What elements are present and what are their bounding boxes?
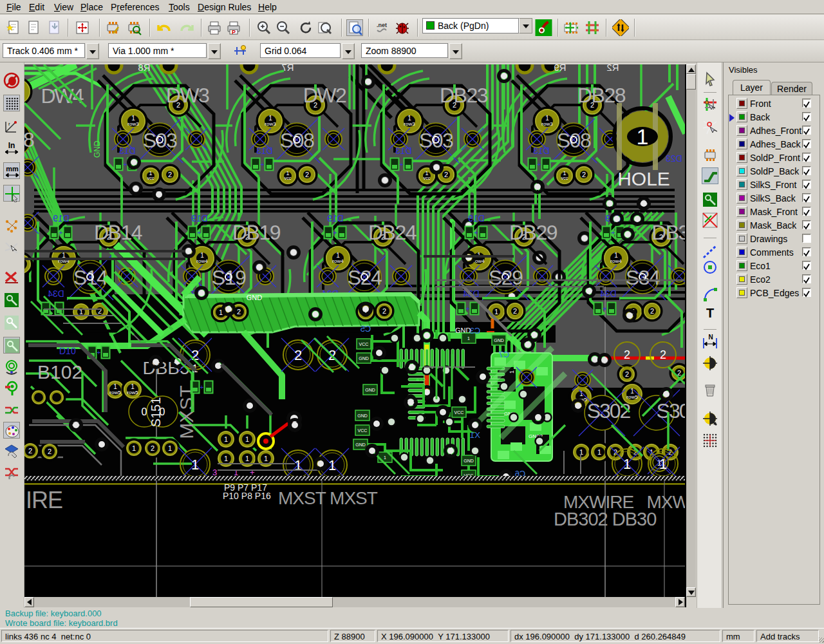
svg-text:R9: R9: [554, 64, 566, 73]
svg-text:row4: row4: [332, 258, 344, 264]
svg-text:S24: S24: [348, 266, 382, 289]
svg-text:2: 2: [237, 308, 241, 316]
svg-text:N: N: [708, 334, 713, 341]
svg-text:1: 1: [264, 455, 268, 462]
svg-text:C3: C3: [470, 326, 481, 336]
svg-text:D13: D13: [119, 146, 136, 156]
svg-text:vcc: vcc: [285, 176, 292, 180]
svg-text:2: 2: [660, 348, 666, 361]
svg-text:+: +: [250, 468, 255, 477]
svg-text:2: 2: [650, 307, 654, 315]
svg-text:1: 1: [168, 444, 172, 452]
svg-text:1: 1: [384, 455, 386, 460]
svg-text:+: +: [466, 305, 470, 312]
svg-text:1: 1: [286, 170, 289, 176]
svg-text:1: 1: [131, 383, 135, 390]
svg-text:r: r: [8, 121, 10, 127]
svg-text:2: 2: [168, 171, 172, 178]
svg-text:1: 1: [294, 457, 302, 473]
svg-text:+: +: [612, 229, 615, 236]
svg-text:+: +: [603, 305, 607, 312]
svg-text:P10 P8 P16: P10 P8 P16: [223, 491, 271, 501]
svg-text:1: 1: [224, 455, 228, 462]
svg-text:R2: R2: [606, 64, 619, 73]
svg-text:2: 2: [305, 171, 309, 178]
svg-text:VCC: VCC: [454, 410, 464, 415]
svg-text:+: +: [538, 161, 541, 168]
svg-text:mm: mm: [6, 165, 19, 173]
svg-text:1: 1: [637, 124, 649, 149]
svg-text:1: 1: [597, 448, 601, 456]
svg-text:2: 2: [151, 444, 154, 452]
svg-text:D13: D13: [395, 146, 412, 156]
svg-text:S08: S08: [557, 129, 591, 152]
svg-text:vcc: vcc: [424, 176, 431, 180]
svg-text:row3: row3: [404, 121, 415, 127]
svg-text:GND: GND: [464, 459, 474, 463]
svg-text:row5: row5: [127, 390, 138, 395]
svg-text:1: 1: [509, 370, 515, 374]
svg-text:vcc: vcc: [561, 176, 568, 180]
svg-text:T: T: [706, 306, 714, 320]
svg-text:row5: row5: [109, 390, 121, 395]
svg-text:+: +: [474, 229, 478, 236]
svg-text:+: +: [59, 229, 63, 236]
svg-text:1: 1: [630, 388, 634, 395]
svg-text:1: 1: [425, 170, 428, 176]
svg-text:GND: GND: [357, 413, 368, 418]
svg-text:2: 2: [294, 347, 302, 363]
svg-text:1: 1: [563, 170, 566, 176]
svg-text:S34: S34: [626, 266, 660, 289]
svg-text:D19: D19: [327, 213, 344, 223]
svg-text:1: 1: [467, 336, 470, 341]
svg-text:D34: D34: [600, 289, 617, 299]
svg-text:2: 2: [624, 348, 630, 361]
svg-text:D19: D19: [53, 213, 70, 223]
svg-text:+: +: [97, 349, 101, 356]
svg-text:1: 1: [245, 435, 249, 443]
svg-text:row4: row4: [196, 258, 208, 264]
svg-text:row4: row4: [610, 258, 622, 264]
svg-text:IRE: IRE: [26, 487, 62, 513]
svg-text:2: 2: [513, 307, 517, 315]
svg-text:S302: S302: [587, 399, 631, 422]
svg-text:D23: D23: [666, 153, 682, 164]
svg-text:VCC: VCC: [358, 428, 368, 433]
svg-text:1: 1: [62, 252, 66, 259]
svg-text:1: 1: [149, 170, 152, 176]
svg-text:2: 2: [625, 370, 629, 378]
svg-text:R8: R8: [138, 64, 150, 73]
svg-text:3: 3: [212, 468, 217, 477]
svg-text:DB24: DB24: [368, 221, 417, 244]
svg-text:GND: GND: [359, 356, 369, 361]
svg-text:1: 1: [131, 115, 135, 122]
svg-text:DB23: DB23: [440, 84, 488, 107]
svg-text:+: +: [200, 384, 204, 391]
svg-text:D19: D19: [468, 213, 485, 223]
svg-text:2: 2: [382, 307, 386, 315]
svg-text:+: +: [333, 229, 337, 236]
svg-text:GND: GND: [365, 388, 375, 392]
svg-text:1: 1: [200, 252, 204, 259]
svg-text:P: P: [232, 29, 236, 35]
svg-text:C7: C7: [499, 350, 510, 359]
svg-text:1: 1: [659, 456, 667, 472]
svg-text:2: 2: [28, 447, 32, 455]
svg-text:1: 1: [336, 252, 340, 259]
svg-text:DB14: DB14: [94, 221, 142, 244]
svg-text:DW3: DW3: [166, 84, 209, 107]
svg-text:+: +: [261, 161, 265, 168]
svg-text:GND: GND: [247, 294, 263, 301]
svg-text:1: 1: [614, 252, 618, 259]
svg-text:1: 1: [328, 457, 336, 473]
svg-text:A2: A2: [416, 377, 422, 383]
svg-text:2: 2: [98, 307, 102, 315]
svg-text:1: 1: [113, 383, 117, 390]
svg-text:S29: S29: [489, 266, 523, 289]
svg-text:1: 1: [191, 457, 199, 473]
svg-text:1: 1: [407, 115, 411, 122]
svg-text:DB302 DB30: DB302 DB30: [554, 509, 656, 529]
svg-text:DB3: DB3: [651, 221, 685, 244]
svg-text:S151: S151: [149, 397, 163, 428]
svg-text:DW4: DW4: [41, 84, 83, 108]
